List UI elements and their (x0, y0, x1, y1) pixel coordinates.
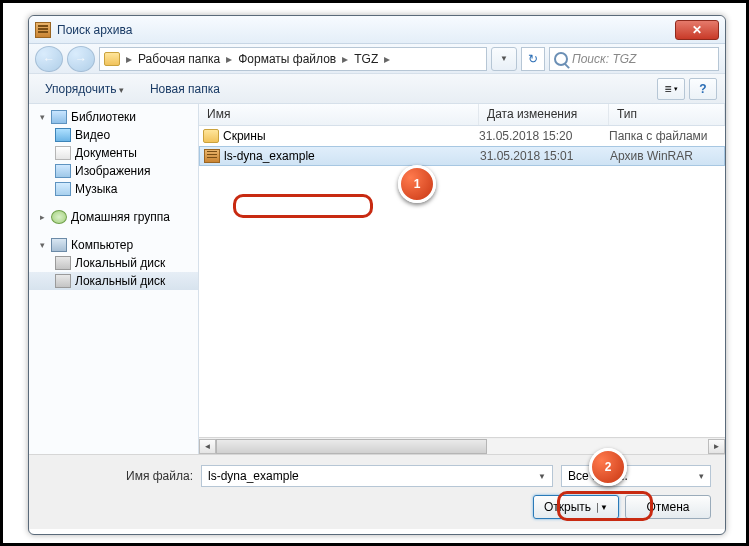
video-icon (55, 128, 71, 142)
archive-icon (204, 149, 220, 163)
back-button[interactable]: ← (35, 46, 63, 72)
tree-disk[interactable]: Локальный диск (29, 272, 198, 290)
chevron-icon: ▸ (342, 52, 348, 66)
chevron-down-icon: ▼ (500, 54, 508, 63)
homegroup-icon (51, 210, 67, 224)
list-item-folder[interactable]: Скрины 31.05.2018 15:20 Папка с файлами (199, 126, 725, 146)
chevron-icon: ▸ (126, 52, 132, 66)
scroll-thumb[interactable] (216, 439, 487, 454)
view-icon: ≡ (664, 82, 671, 96)
list-item-archive[interactable]: ls-dyna_example 31.05.2018 15:01 Архив W… (199, 146, 725, 166)
screenshot-frame: Поиск архива ✕ ← → ▸ Рабочая папка ▸ Фор… (0, 0, 749, 546)
view-button[interactable]: ≡▾ (657, 78, 685, 100)
tree-documents[interactable]: Документы (29, 144, 198, 162)
chevron-icon: ▸ (226, 52, 232, 66)
refresh-button[interactable]: ↻ (521, 47, 545, 71)
breadcrumb[interactable]: Форматы файлов (236, 50, 338, 68)
new-folder-button[interactable]: Новая папка (142, 78, 228, 100)
toolbar: Упорядочить Новая папка ≡▾ ? (29, 74, 725, 104)
search-placeholder: Поиск: TGZ (572, 52, 636, 66)
chevron-down-icon: ▾ (674, 85, 678, 93)
address-bar[interactable]: ▸ Рабочая папка ▸ Форматы файлов ▸ TGZ ▸ (99, 47, 487, 71)
dialog-body: ▾Библиотеки Видео Документы Изображения … (29, 104, 725, 454)
scroll-right-button[interactable]: ► (708, 439, 725, 454)
scroll-left-button[interactable]: ◄ (199, 439, 216, 454)
disk-icon (55, 274, 71, 288)
computer-icon (51, 238, 67, 252)
close-button[interactable]: ✕ (675, 20, 719, 40)
refresh-icon: ↻ (528, 52, 538, 66)
chevron-down-icon[interactable]: ▼ (538, 472, 546, 481)
organize-button[interactable]: Упорядочить (37, 78, 132, 100)
file-list: Имя Дата изменения Тип Скрины 31.05.2018… (199, 104, 725, 454)
breadcrumb[interactable]: TGZ (352, 50, 380, 68)
bottom-panel: Имя файла: ls-dyna_example▼ Все архи... … (29, 454, 725, 529)
chevron-icon: ▸ (384, 52, 390, 66)
expand-icon[interactable]: ▾ (37, 112, 47, 122)
nav-tree[interactable]: ▾Библиотеки Видео Документы Изображения … (29, 104, 199, 454)
tree-video[interactable]: Видео (29, 126, 198, 144)
search-input[interactable]: Поиск: TGZ (549, 47, 719, 71)
address-dropdown[interactable]: ▼ (491, 47, 517, 71)
back-icon: ← (43, 52, 55, 66)
search-icon (554, 52, 568, 66)
image-icon (55, 164, 71, 178)
col-date[interactable]: Дата изменения (479, 104, 609, 125)
filetype-combo[interactable]: Все архи... (561, 465, 711, 487)
folder-icon (104, 52, 120, 66)
cancel-button[interactable]: Отмена (625, 495, 711, 519)
column-headers: Имя Дата изменения Тип (199, 104, 725, 126)
folder-icon (203, 129, 219, 143)
forward-button[interactable]: → (67, 46, 95, 72)
nav-row: ← → ▸ Рабочая папка ▸ Форматы файлов ▸ T… (29, 44, 725, 74)
filename-label: Имя файла: (43, 469, 193, 483)
help-icon: ? (699, 82, 706, 96)
tree-music[interactable]: Музыка (29, 180, 198, 198)
open-dialog: Поиск архива ✕ ← → ▸ Рабочая папка ▸ Фор… (28, 15, 726, 535)
library-icon (51, 110, 67, 124)
horizontal-scrollbar[interactable]: ◄ ► (199, 437, 725, 454)
expand-icon[interactable]: ▸ (37, 212, 47, 222)
col-type[interactable]: Тип (609, 104, 725, 125)
split-chevron-icon: │▼ (595, 503, 608, 512)
titlebar: Поиск архива ✕ (29, 16, 725, 44)
close-icon: ✕ (692, 23, 702, 37)
help-button[interactable]: ? (689, 78, 717, 100)
expand-icon[interactable]: ▾ (37, 240, 47, 250)
forward-icon: → (75, 52, 87, 66)
open-button[interactable]: Открыть│▼ (533, 495, 619, 519)
tree-disk[interactable]: Локальный диск (29, 254, 198, 272)
filename-input[interactable]: ls-dyna_example▼ (201, 465, 553, 487)
disk-icon (55, 256, 71, 270)
breadcrumb[interactable]: Рабочая папка (136, 50, 222, 68)
file-rows: Скрины 31.05.2018 15:20 Папка с файлами … (199, 126, 725, 437)
document-icon (55, 146, 71, 160)
tree-images[interactable]: Изображения (29, 162, 198, 180)
tree-computer[interactable]: ▾Компьютер (29, 236, 198, 254)
tree-homegroup[interactable]: ▸Домашняя группа (29, 208, 198, 226)
winrar-icon (35, 22, 51, 38)
scroll-track[interactable] (216, 439, 708, 454)
col-name[interactable]: Имя (199, 104, 479, 125)
music-icon (55, 182, 71, 196)
window-title: Поиск архива (57, 23, 132, 37)
tree-libraries[interactable]: ▾Библиотеки (29, 108, 198, 126)
